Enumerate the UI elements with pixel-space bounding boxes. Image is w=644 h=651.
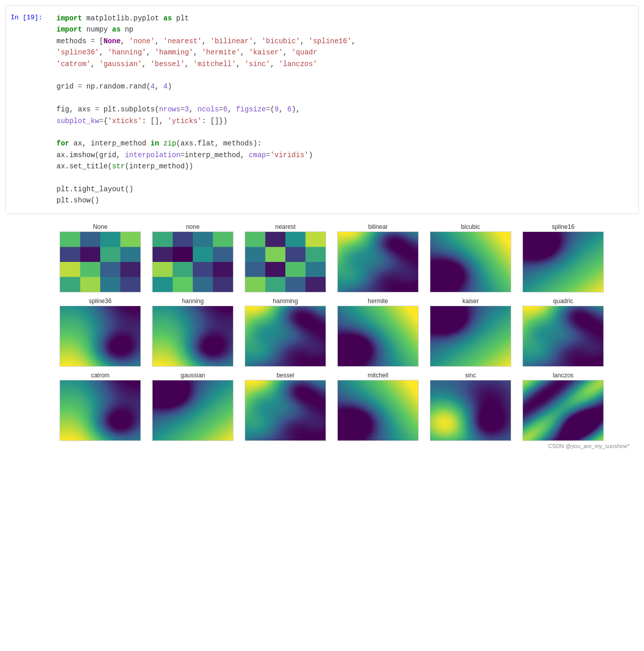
- plot-title-bessel: bessel: [277, 372, 295, 379]
- plot-item-spline36: spline36: [55, 298, 145, 367]
- plot-item-bessel: bessel: [240, 372, 331, 441]
- plot-item-nearest: nearest: [240, 223, 331, 292]
- plot-item-bilinear: bilinear: [333, 223, 423, 292]
- plot-row-1: spline36hanninghamminghermitekaiserquadr…: [55, 298, 635, 367]
- plot-canvas-bessel: [245, 380, 326, 441]
- plot-title-gaussian: gaussian: [181, 372, 205, 379]
- plot-canvas-bilinear: [337, 231, 419, 292]
- plot-title-sinc: sinc: [465, 372, 476, 379]
- plot-canvas-spline36: [60, 306, 141, 367]
- plot-row-0: Nonenonenearestbilinearbicubicspline16: [55, 223, 635, 292]
- plot-item-catrom: catrom: [55, 372, 145, 441]
- plot-item-hamming: hamming: [240, 298, 331, 367]
- plot-item-spline16: spline16: [518, 223, 608, 292]
- plot-item-mitchell: mitchell: [333, 372, 423, 441]
- plot-canvas-sinc: [430, 380, 511, 441]
- plot-title-hamming: hamming: [273, 298, 298, 305]
- plot-title-quadric: quadric: [553, 298, 573, 305]
- plot-canvas-None: [60, 231, 141, 292]
- plot-canvas-spline16: [522, 231, 604, 292]
- plot-canvas-mitchell: [337, 380, 419, 441]
- plot-canvas-bicubic: [430, 231, 511, 292]
- plot-item-bicubic: bicubic: [425, 223, 516, 292]
- plot-title-nearest: nearest: [275, 223, 296, 230]
- plot-item-None: None: [55, 223, 145, 292]
- plot-title-hermite: hermite: [368, 298, 388, 305]
- plot-canvas-none: [152, 231, 233, 292]
- plot-item-hermite: hermite: [333, 298, 423, 367]
- plot-title-lanczos: lanczos: [553, 372, 574, 379]
- plot-canvas-hamming: [245, 306, 326, 367]
- plot-item-hanning: hanning: [148, 298, 238, 367]
- plot-canvas-gaussian: [152, 380, 233, 441]
- plot-title-mitchell: mitchell: [368, 372, 389, 379]
- plot-title-spline36: spline36: [89, 298, 112, 305]
- plots-container: Nonenonenearestbilinearbicubicspline16sp…: [9, 223, 635, 441]
- plot-item-quadric: quadric: [518, 298, 608, 367]
- plot-item-none: none: [148, 223, 238, 292]
- plot-item-lanczos: lanczos: [518, 372, 608, 441]
- plot-title-None: None: [93, 223, 108, 230]
- plot-canvas-quadric: [522, 306, 604, 367]
- plot-canvas-hanning: [152, 306, 233, 367]
- plot-title-none: none: [186, 223, 200, 230]
- plot-title-hanning: hanning: [182, 298, 204, 305]
- plot-title-bilinear: bilinear: [368, 223, 388, 230]
- watermark: CSDN @you_are_my_sunshine*: [9, 443, 635, 449]
- cell-code: import matplotlib.pyplot as pltimport nu…: [51, 10, 638, 210]
- plot-title-catrom: catrom: [91, 372, 110, 379]
- plot-canvas-hermite: [337, 306, 419, 367]
- output-area: Nonenonenearestbilinearbicubicspline16sp…: [5, 219, 639, 453]
- plot-canvas-nearest: [245, 231, 326, 292]
- cell-label: In [19]:: [6, 10, 51, 210]
- plot-canvas-lanczos: [522, 380, 604, 441]
- plot-item-kaiser: kaiser: [425, 298, 516, 367]
- code-cell: In [19]: import matplotlib.pyplot as plt…: [5, 5, 639, 214]
- plot-canvas-catrom: [60, 380, 141, 441]
- plot-item-sinc: sinc: [425, 372, 516, 441]
- plot-title-spline16: spline16: [552, 223, 575, 230]
- plot-title-bicubic: bicubic: [461, 223, 480, 230]
- plot-row-2: catromgaussianbesselmitchellsinclanczos: [55, 372, 635, 441]
- plot-canvas-kaiser: [430, 306, 511, 367]
- plot-item-gaussian: gaussian: [148, 372, 238, 441]
- plot-title-kaiser: kaiser: [462, 298, 479, 305]
